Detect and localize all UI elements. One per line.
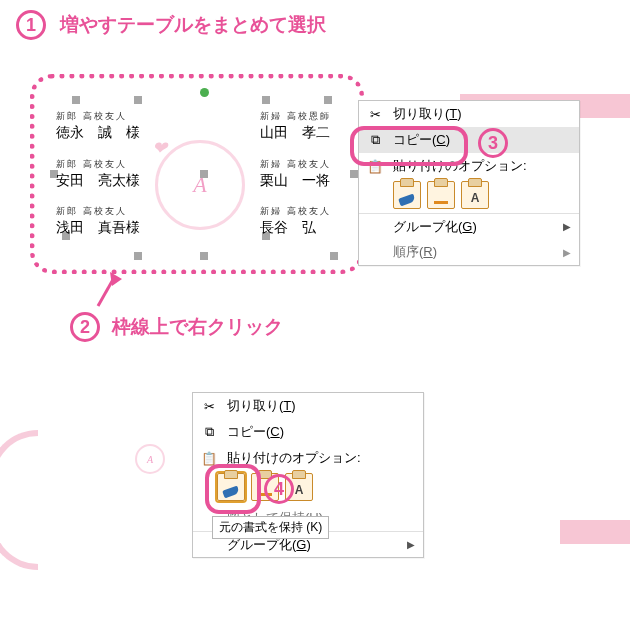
chevron-right-icon: ▶ [563, 247, 571, 258]
menu-item-cut[interactable]: ✂ 切り取り(T) [193, 393, 423, 419]
chevron-right-icon: ▶ [563, 221, 571, 232]
group-icon [365, 218, 385, 236]
resize-handle[interactable] [324, 96, 332, 104]
heart-icon: ❤ [152, 137, 167, 159]
callout-text-2: 枠線上で右クリック [112, 314, 283, 340]
menu-item-order[interactable]: 順序(R) ▶ [359, 239, 579, 265]
paste-option-keep-source[interactable] [393, 181, 421, 209]
clipboard-icon: 📋 [365, 157, 385, 175]
menu-item-copy[interactable]: ⧉ コピー(C) [193, 419, 423, 445]
resize-handle[interactable] [134, 252, 142, 260]
callout-number-1: 1 [16, 10, 46, 40]
guest-name: 新郎 高校友人 徳永 誠 様 [56, 110, 140, 142]
menu-item-copy[interactable]: ⧉ コピー(C) [359, 127, 579, 153]
menu-item-cut[interactable]: ✂ 切り取り(T) [359, 101, 579, 127]
callout-number-2: 2 [70, 312, 100, 342]
guest-name: 新婦 高校友人 長谷 弘 [260, 205, 331, 237]
guest-name: 新郎 高校友人 浅田 真吾様 [56, 205, 140, 237]
resize-handle[interactable] [330, 252, 338, 260]
menu-item-paste-options: 📋 貼り付けのオプション: [359, 153, 579, 179]
scissors-icon: ✂ [199, 397, 219, 415]
paste-option-keep-source[interactable] [217, 473, 245, 501]
decorative-swirl [0, 430, 38, 570]
arrow-to-step2 [90, 276, 130, 316]
copy-icon: ⧉ [365, 131, 385, 149]
logo-watermark-small: A [135, 444, 165, 474]
guest-name: 新郎 高校友人 安田 亮太様 [56, 158, 140, 190]
tooltip-keep-source-format: 元の書式を保持 (K) [212, 516, 329, 539]
chevron-right-icon: ▶ [407, 539, 415, 550]
paste-options-row: A [193, 471, 423, 505]
guest-role: 新郎 高校友人 [56, 205, 140, 218]
guest-name: 新婦 高校恩師 山田 孝二 [260, 110, 331, 142]
resize-handle[interactable] [350, 170, 358, 178]
paste-option-text-only[interactable]: A [461, 181, 489, 209]
scissors-icon: ✂ [365, 105, 385, 123]
callout-number-4: 4 [264, 474, 294, 504]
menu-item-group[interactable]: グループ化(G) ▶ [359, 213, 579, 239]
context-menu-1: ✂ 切り取り(T) ⧉ コピー(C) 📋 貼り付けのオプション: A グループ化… [358, 100, 580, 266]
clipboard-icon: 📋 [199, 449, 219, 467]
callout-text-1: 増やすテーブルをまとめて選択 [60, 12, 326, 38]
decorative-band [560, 520, 630, 544]
rotate-handle[interactable] [200, 88, 209, 97]
logo-watermark: A ❤ [155, 140, 245, 230]
paste-options-row: A [359, 179, 579, 213]
resize-handle[interactable] [200, 170, 208, 178]
paste-option-merge[interactable] [427, 181, 455, 209]
menu-item-paste-options: 📋 貼り付けのオプション: [193, 445, 423, 471]
guest-role: 新婦 高校恩師 [260, 110, 331, 123]
guest-role: 新郎 高校友人 [56, 110, 140, 123]
guest-name: 新婦 高校友人 栗山 一将 [260, 158, 331, 190]
callout-number-3: 3 [478, 128, 508, 158]
guest-role: 新郎 高校友人 [56, 158, 140, 171]
resize-handle[interactable] [200, 252, 208, 260]
svg-marker-1 [110, 272, 122, 286]
guest-role: 新婦 高校友人 [260, 205, 331, 218]
resize-handle[interactable] [72, 96, 80, 104]
resize-handle[interactable] [134, 96, 142, 104]
copy-icon: ⧉ [199, 423, 219, 441]
guest-role: 新婦 高校友人 [260, 158, 331, 171]
resize-handle[interactable] [262, 96, 270, 104]
